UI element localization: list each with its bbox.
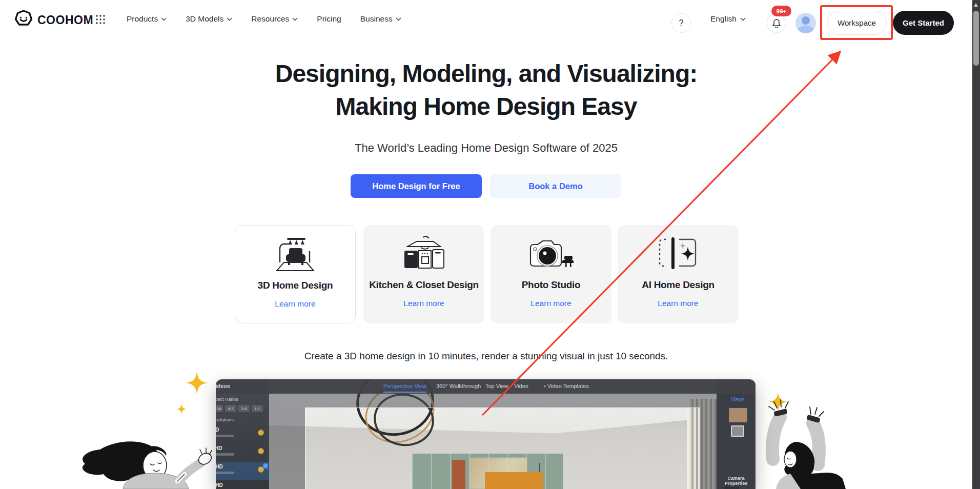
page-scrollbar[interactable] (972, 0, 980, 489)
toolbar-video: Video (514, 383, 528, 389)
camera-value-field: 0 (724, 487, 739, 489)
coin-icon (258, 448, 264, 454)
resolutions-label: Resolutions (216, 417, 234, 422)
camera-icon (491, 225, 611, 272)
language-label: English (710, 14, 737, 24)
learn-more-link[interactable]: Learn more (658, 299, 698, 308)
apps-grid-icon[interactable] (95, 14, 106, 25)
resolution-row-uhd-24fps: UHD 399 (216, 481, 269, 489)
ratio-4-3: 4:3 (225, 405, 236, 412)
nav-products[interactable]: Products (127, 14, 167, 24)
views-label: Views (731, 397, 745, 402)
card-title: 3D Home Design (235, 280, 355, 291)
rendered-interior-scene (269, 379, 717, 489)
checkbox-checked-icon: ✓ (263, 463, 268, 468)
chevron-down-icon (292, 17, 298, 21)
editor-left-panel: Aspect Ratios 9:16 4:3 3:4 1:1 Resolutio… (216, 394, 269, 489)
nav-resources-label: Resources (251, 14, 289, 24)
ratio-9-16: 9:16 (216, 405, 223, 412)
question-mark-icon: ? (679, 18, 684, 28)
chevron-down-icon (161, 17, 167, 21)
toolbar-video-templates: Video Templates (544, 383, 589, 389)
product-demo-video[interactable]: Videos Perspective View 360° Walkthrough… (216, 379, 756, 489)
card-title: AI Home Design (618, 279, 739, 291)
coin-icon (258, 430, 264, 436)
resolution-subtext (216, 453, 234, 456)
learn-more-link[interactable]: Learn more (530, 299, 571, 308)
nav-3d-models-label: 3D Models (186, 14, 223, 24)
ai-sparkle-icon (618, 225, 739, 272)
crop-dim-overlay (700, 408, 717, 489)
card-ai-home-design[interactable]: AI Home Design Learn more (618, 225, 739, 323)
right-people-illustration (758, 393, 846, 489)
resolution-row-fhd: FHD (216, 444, 269, 461)
value-proposition-text: Create a 3D home design in 10 minutes, r… (0, 351, 972, 362)
card-photo-studio[interactable]: Photo Studio Learn more (491, 225, 611, 323)
coohom-logo[interactable]: COOHOM (14, 9, 93, 31)
page-subtitle: The World’s Leading Home Design Software… (0, 141, 972, 155)
ratio-3-4: 3:4 (238, 405, 250, 412)
toolbar-perspective-view: Perspective View (383, 383, 426, 393)
chevron-down-icon (396, 17, 401, 21)
nav-pricing-label: Pricing (317, 14, 341, 24)
sofa-room-icon (235, 226, 355, 273)
editor-view-toolbar: Videos Perspective View 360° Walkthrough… (216, 379, 756, 394)
view-thumbnail (729, 408, 747, 422)
scrollbar-up-arrow-icon[interactable] (974, 3, 978, 7)
resolution-subtext (216, 435, 234, 437)
resolution-row-hd: HD (216, 425, 269, 443)
card-kitchen-closet-design[interactable]: Kitchen & Closet Design Learn more (363, 225, 484, 323)
nav-business[interactable]: Business (360, 14, 401, 24)
nav-3d-models[interactable]: 3D Models (186, 14, 232, 24)
workspace-label: Workspace (838, 18, 876, 27)
nav-products-label: Products (127, 14, 158, 24)
sparkle-icon (176, 403, 187, 415)
brand-name: COOHOM (37, 13, 93, 27)
aspect-ratios-label: Aspect Ratios (216, 397, 238, 402)
view-thumbnail (731, 425, 744, 437)
help-button[interactable]: ? (671, 13, 691, 33)
aspect-ratio-options: 9:16 4:3 3:4 1:1 (216, 405, 263, 412)
user-avatar[interactable] (795, 13, 816, 33)
nav-resources[interactable]: Resources (251, 14, 298, 24)
chevron-down-icon (740, 17, 746, 21)
home-design-free-button[interactable]: Home Design for Free (351, 174, 482, 198)
page-title: Designing, Modeling, and Visualizing: Ma… (0, 57, 972, 123)
card-title: Kitchen & Closet Design (363, 279, 484, 291)
scrollbar-thumb[interactable] (973, 11, 979, 66)
learn-more-link[interactable]: Learn more (403, 299, 444, 308)
toolbar-360-walkthrough: 360° Walkthrough (436, 383, 481, 389)
bell-icon (772, 18, 781, 28)
kitchen-icon (363, 225, 484, 272)
resolution-subtext (216, 472, 234, 474)
card-3d-home-design[interactable]: 3D Home Design Learn more (235, 225, 356, 323)
toolbar-top-view: Top View (485, 383, 508, 389)
nav-pricing[interactable]: Pricing (317, 14, 341, 24)
crop-dim-overlay (269, 408, 305, 489)
main-nav: Products 3D Models Resources Pricing Bus… (127, 0, 401, 38)
sparkle-icon (186, 371, 208, 395)
get-started-button[interactable]: Get Started (893, 11, 954, 35)
notification-count-badge: 99+ (771, 6, 791, 16)
top-navigation-bar: COOHOM Products 3D Models Resources Pric… (0, 0, 972, 38)
editor-panel-title: Videos (216, 383, 230, 389)
page-title-line1: Designing, Modeling, and Visualizing: (0, 57, 972, 90)
editor-right-panel: Views Camera Properties 0 107mm (717, 394, 756, 489)
book-demo-button[interactable]: Book a Demo (490, 174, 621, 198)
coohom-logo-icon (14, 9, 33, 31)
resolution-row-uhd-selected: UHD ✓ (216, 462, 269, 480)
language-selector[interactable]: English (710, 0, 746, 38)
learn-more-link[interactable]: Learn more (275, 299, 315, 309)
scene-artwork-orange (485, 472, 543, 489)
camera-properties-label: Camera Properties (717, 476, 756, 486)
nav-business-label: Business (360, 14, 393, 24)
chevron-down-icon (227, 17, 232, 21)
ratio-1-1: 1:1 (252, 405, 263, 412)
workspace-button[interactable]: Workspace (827, 11, 887, 35)
page-title-line2: Making Home Design Easy (0, 90, 972, 123)
card-title: Photo Studio (491, 279, 611, 291)
left-person-illustration (77, 418, 215, 489)
